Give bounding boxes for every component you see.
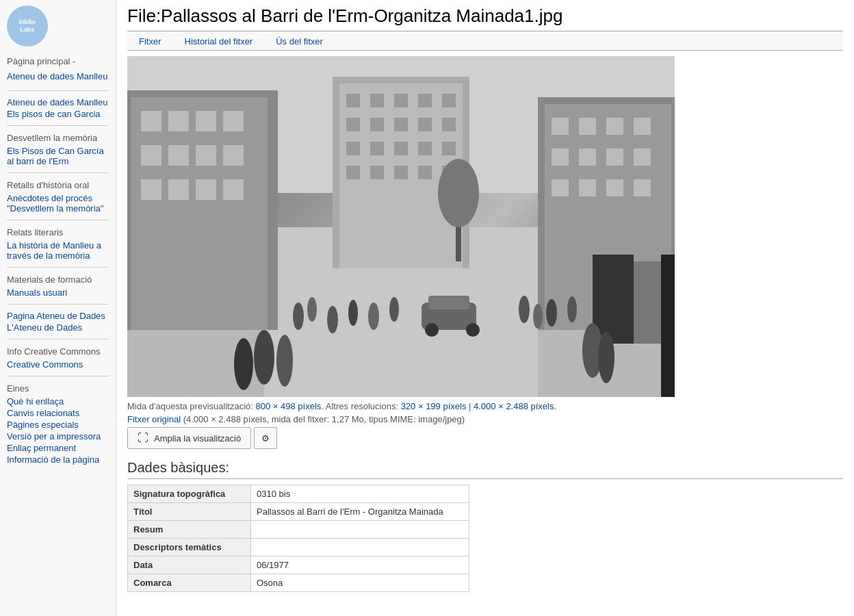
res2-link[interactable]: 4.000 × 2.488 píxels: [474, 401, 554, 411]
page-title: File:Pallassos al Barri de l'Erm-Organit…: [127, 0, 843, 31]
svg-rect-21: [394, 94, 408, 107]
svg-point-75: [234, 338, 253, 390]
sidebar-item-anecdotes[interactable]: Anècdotes del procés "Desvetllem la memò…: [7, 192, 109, 214]
svg-point-58: [466, 323, 480, 337]
sidebar-item-historia[interactable]: La història de Manlleu a través de la me…: [7, 240, 109, 261]
caption-label: Mida d'aquesta previsualització:: [127, 401, 253, 411]
gear-icon: ⚙: [261, 433, 270, 444]
logo: biblioLabs: [7, 5, 48, 47]
sidebar-item-ateneu-main[interactable]: Ateneu de dades Manlleu: [7, 69, 109, 85]
svg-rect-29: [346, 142, 360, 155]
svg-rect-19: [346, 94, 360, 107]
sidebar-item-manuals[interactable]: Manuals usuari: [7, 287, 109, 298]
tab-fitxer[interactable]: Fitxer: [127, 31, 173, 51]
svg-rect-56: [428, 296, 469, 309]
svg-rect-43: [606, 118, 623, 135]
table-row: TítolPallassos al Barri de l'Erm - Organ…: [128, 503, 469, 521]
tab-us[interactable]: Ús del fitxer: [264, 31, 335, 51]
resolution-link[interactable]: 800 × 498 píxels: [256, 401, 322, 411]
sidebar-item-canvis[interactable]: Canvis relacionats: [7, 407, 109, 419]
svg-rect-51: [606, 179, 623, 196]
table-cell-value: Pallassos al Barri de l'Erm - Organitza …: [251, 503, 469, 521]
expand-button[interactable]: ⛶ Amplia la visualització: [127, 427, 251, 449]
table-row: Data06/1977: [128, 556, 469, 574]
res-sep: |: [469, 401, 474, 411]
table-cell-value: 0310 bis: [251, 485, 469, 503]
svg-rect-31: [394, 142, 408, 155]
table-row: Descriptors temàtics: [128, 539, 469, 556]
svg-point-73: [254, 330, 274, 385]
data-table: Signatura topogràfica0310 bisTítolPallas…: [127, 485, 469, 592]
svg-point-65: [519, 296, 530, 323]
svg-rect-49: [552, 179, 569, 196]
table-row: ComarcaOsona: [128, 574, 469, 592]
svg-rect-37: [418, 166, 432, 179]
sidebar-section-relats: Relats literaris: [7, 227, 109, 238]
table-cell-value: [251, 539, 469, 556]
section-dades-title: Dades bàsiques:: [127, 460, 843, 479]
sidebar-item-enllac[interactable]: Enllaç permanent: [7, 442, 109, 454]
svg-rect-26: [394, 118, 408, 131]
svg-rect-48: [634, 149, 651, 166]
svg-rect-34: [346, 166, 360, 179]
tab-historial[interactable]: Historial del fitxer: [173, 31, 265, 51]
expand-label: Amplia la visualització: [154, 433, 241, 444]
sidebar-item-que[interactable]: Què hi enllaça: [7, 396, 109, 407]
original-file-link[interactable]: Fitxer original: [127, 414, 181, 424]
res1-link[interactable]: 320 × 199 píxels: [401, 401, 467, 411]
sidebar-section-desvetllem: Desvetllem la memòria: [7, 133, 109, 143]
sidebar-item-versio[interactable]: Versió per a impressora: [7, 431, 109, 442]
sidebar: biblioLabs Pàgina principal - Ateneu de …: [0, 0, 116, 616]
sidebar-item-pisos[interactable]: Els pisos de can Garcia: [7, 108, 109, 120]
svg-rect-41: [552, 118, 569, 135]
sidebar-section-materials: Materials de formació: [7, 274, 109, 285]
svg-rect-33: [442, 142, 456, 155]
sidebar-item-pisos-can[interactable]: Els Pisos de Can García al barri de l'Er…: [7, 145, 109, 167]
table-cell-key: Resum: [128, 521, 251, 539]
sidebar-item-lateneu[interactable]: L'Ateneu de Dades: [7, 322, 109, 333]
svg-point-57: [425, 323, 439, 337]
table-cell-key: Signatura topogràfica: [128, 485, 251, 503]
svg-point-61: [327, 306, 338, 333]
svg-point-59: [293, 303, 304, 330]
svg-rect-25: [370, 118, 384, 131]
svg-point-67: [546, 299, 557, 326]
svg-rect-24: [346, 118, 360, 131]
sidebar-nav-main: Pàgina principal - Ateneu de dades Manll…: [7, 55, 109, 85]
res2-end: .: [554, 401, 556, 411]
svg-rect-32: [418, 142, 432, 155]
sidebar-item-pagines[interactable]: Pàgines especials: [7, 419, 109, 431]
svg-rect-27: [418, 118, 432, 131]
table-cell-key: Títol: [128, 503, 251, 521]
svg-rect-72: [661, 255, 675, 397]
svg-rect-50: [579, 179, 596, 196]
svg-rect-36: [394, 166, 408, 179]
svg-rect-11: [196, 145, 216, 166]
sidebar-item-informacio[interactable]: Informació de la pàgina: [7, 454, 109, 465]
logo-text: biblioLabs: [19, 18, 36, 34]
tabs-bar: Fitxer Historial del fitxer Ús del fitxe…: [127, 31, 843, 51]
sidebar-item-pagina-ateneu[interactable]: Pagina Ateneu de Dades: [7, 310, 109, 322]
svg-rect-46: [579, 149, 596, 166]
sidebar-section-retalls: Retalls d'història oral: [7, 180, 109, 190]
svg-point-54: [438, 159, 479, 227]
button-row: ⛶ Amplia la visualització ⚙: [127, 427, 843, 449]
gear-button[interactable]: ⚙: [254, 427, 277, 449]
svg-rect-47: [606, 149, 623, 166]
svg-point-74: [276, 335, 293, 387]
svg-point-63: [368, 303, 379, 330]
svg-rect-8: [223, 111, 244, 131]
svg-rect-9: [141, 145, 161, 166]
table-cell-value: [251, 521, 469, 539]
svg-rect-35: [370, 166, 384, 179]
sidebar-item-ateneu[interactable]: Ateneu de dades Manlleu: [7, 97, 109, 108]
table-cell-value: Osona: [251, 574, 469, 592]
expand-icon: ⛶: [138, 432, 148, 444]
sidebar-section-eines: Eines: [7, 383, 109, 394]
svg-rect-52: [634, 179, 651, 196]
sidebar-item-creative-commons[interactable]: Creative Commons: [7, 359, 109, 370]
svg-rect-15: [196, 179, 216, 200]
svg-point-66: [533, 304, 543, 329]
table-cell-value: 06/1977: [251, 556, 469, 574]
table-row: Signatura topogràfica0310 bis: [128, 485, 469, 503]
